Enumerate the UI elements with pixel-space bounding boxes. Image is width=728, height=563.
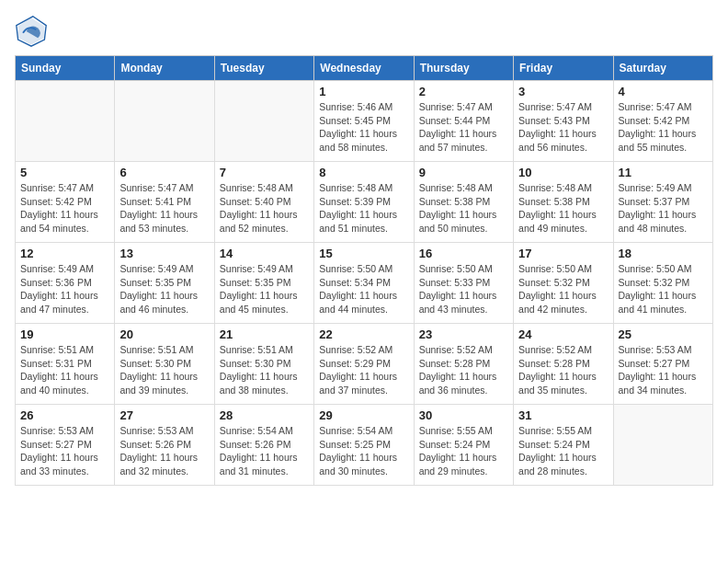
logo — [15, 15, 51, 48]
day-number: 23 — [419, 327, 508, 341]
day-info: Sunrise: 5:46 AMSunset: 5:45 PMDaylight:… — [319, 100, 408, 155]
week-row-4: 19Sunrise: 5:51 AMSunset: 5:31 PMDayligh… — [16, 324, 713, 405]
day-number: 12 — [20, 247, 109, 260]
day-number: 20 — [119, 327, 209, 341]
calendar-cell: 7Sunrise: 5:48 AMSunset: 5:40 PMDaylight… — [214, 162, 313, 243]
day-info: Sunrise: 5:54 AMSunset: 5:25 PMDaylight:… — [319, 424, 408, 478]
day-header-friday: Friday — [514, 56, 613, 81]
calendar-table: SundayMondayTuesdayWednesdayThursdayFrid… — [15, 55, 713, 486]
day-number: 18 — [619, 247, 708, 260]
calendar-cell: 16Sunrise: 5:50 AMSunset: 5:33 PMDayligh… — [414, 243, 513, 324]
calendar-cell: 24Sunrise: 5:52 AMSunset: 5:28 PMDayligh… — [514, 324, 613, 405]
day-number: 4 — [619, 85, 708, 98]
calendar-cell: 18Sunrise: 5:50 AMSunset: 5:32 PMDayligh… — [613, 243, 712, 324]
day-info: Sunrise: 5:52 AMSunset: 5:29 PMDaylight:… — [319, 343, 408, 397]
calendar-cell: 20Sunrise: 5:51 AMSunset: 5:30 PMDayligh… — [115, 324, 214, 405]
day-number: 11 — [619, 166, 708, 179]
day-info: Sunrise: 5:47 AMSunset: 5:43 PMDaylight:… — [518, 100, 608, 155]
day-number: 14 — [220, 247, 309, 260]
day-info: Sunrise: 5:50 AMSunset: 5:32 PMDaylight:… — [619, 262, 708, 316]
calendar-cell: 22Sunrise: 5:52 AMSunset: 5:29 PMDayligh… — [314, 324, 414, 405]
day-number: 2 — [419, 85, 508, 98]
day-info: Sunrise: 5:53 AMSunset: 5:26 PMDaylight:… — [119, 424, 209, 478]
day-info: Sunrise: 5:50 AMSunset: 5:34 PMDaylight:… — [319, 262, 408, 316]
calendar-cell: 30Sunrise: 5:55 AMSunset: 5:24 PMDayligh… — [414, 405, 513, 486]
day-number: 27 — [119, 408, 209, 422]
day-number: 22 — [319, 327, 408, 341]
calendar-cell: 15Sunrise: 5:50 AMSunset: 5:34 PMDayligh… — [314, 243, 414, 324]
day-number: 10 — [518, 166, 608, 179]
week-row-5: 26Sunrise: 5:53 AMSunset: 5:27 PMDayligh… — [16, 405, 713, 486]
day-number: 31 — [518, 408, 608, 422]
day-info: Sunrise: 5:55 AMSunset: 5:24 PMDaylight:… — [419, 424, 508, 478]
calendar-cell: 12Sunrise: 5:49 AMSunset: 5:36 PMDayligh… — [16, 243, 115, 324]
week-row-2: 5Sunrise: 5:47 AMSunset: 5:42 PMDaylight… — [16, 162, 713, 243]
day-number: 13 — [119, 247, 209, 260]
day-number: 15 — [319, 247, 408, 260]
day-number: 25 — [619, 327, 708, 341]
calendar-cell: 31Sunrise: 5:55 AMSunset: 5:24 PMDayligh… — [514, 405, 613, 486]
calendar-cell: 6Sunrise: 5:47 AMSunset: 5:41 PMDaylight… — [115, 162, 214, 243]
calendar-cell: 29Sunrise: 5:54 AMSunset: 5:25 PMDayligh… — [314, 405, 414, 486]
calendar-cell — [115, 81, 214, 162]
day-number: 30 — [419, 408, 508, 422]
calendar-cell — [613, 405, 712, 486]
day-number: 6 — [119, 166, 209, 179]
day-info: Sunrise: 5:51 AMSunset: 5:30 PMDaylight:… — [220, 343, 309, 397]
day-number: 7 — [220, 166, 309, 179]
week-row-3: 12Sunrise: 5:49 AMSunset: 5:36 PMDayligh… — [16, 243, 713, 324]
day-info: Sunrise: 5:54 AMSunset: 5:26 PMDaylight:… — [220, 424, 309, 478]
calendar-cell: 9Sunrise: 5:48 AMSunset: 5:38 PMDaylight… — [414, 162, 513, 243]
day-number: 1 — [319, 85, 408, 98]
calendar-cell: 3Sunrise: 5:47 AMSunset: 5:43 PMDaylight… — [514, 81, 613, 162]
calendar-cell — [16, 81, 115, 162]
day-header-saturday: Saturday — [613, 56, 712, 81]
calendar-cell: 10Sunrise: 5:48 AMSunset: 5:38 PMDayligh… — [514, 162, 613, 243]
day-info: Sunrise: 5:51 AMSunset: 5:31 PMDaylight:… — [20, 343, 109, 397]
day-info: Sunrise: 5:49 AMSunset: 5:37 PMDaylight:… — [619, 181, 708, 236]
day-info: Sunrise: 5:50 AMSunset: 5:32 PMDaylight:… — [518, 262, 608, 316]
calendar-cell: 4Sunrise: 5:47 AMSunset: 5:42 PMDaylight… — [613, 81, 712, 162]
day-number: 19 — [20, 327, 109, 341]
logo-icon — [15, 15, 48, 48]
day-header-sunday: Sunday — [16, 56, 115, 81]
calendar-cell: 21Sunrise: 5:51 AMSunset: 5:30 PMDayligh… — [214, 324, 313, 405]
calendar-cell: 5Sunrise: 5:47 AMSunset: 5:42 PMDaylight… — [16, 162, 115, 243]
day-number: 21 — [220, 327, 309, 341]
day-number: 17 — [518, 247, 608, 260]
day-number: 8 — [319, 166, 408, 179]
day-info: Sunrise: 5:47 AMSunset: 5:42 PMDaylight:… — [619, 100, 708, 155]
day-info: Sunrise: 5:49 AMSunset: 5:35 PMDaylight:… — [119, 262, 209, 316]
day-info: Sunrise: 5:48 AMSunset: 5:38 PMDaylight:… — [419, 181, 508, 236]
calendar-cell: 14Sunrise: 5:49 AMSunset: 5:35 PMDayligh… — [214, 243, 313, 324]
day-number: 29 — [319, 408, 408, 422]
day-number: 28 — [220, 408, 309, 422]
day-info: Sunrise: 5:48 AMSunset: 5:39 PMDaylight:… — [319, 181, 408, 236]
day-info: Sunrise: 5:49 AMSunset: 5:35 PMDaylight:… — [220, 262, 309, 316]
calendar-cell: 19Sunrise: 5:51 AMSunset: 5:31 PMDayligh… — [16, 324, 115, 405]
calendar-cell: 27Sunrise: 5:53 AMSunset: 5:26 PMDayligh… — [115, 405, 214, 486]
calendar-cell: 11Sunrise: 5:49 AMSunset: 5:37 PMDayligh… — [613, 162, 712, 243]
day-number: 3 — [518, 85, 608, 98]
calendar-header-row: SundayMondayTuesdayWednesdayThursdayFrid… — [16, 56, 713, 81]
day-info: Sunrise: 5:53 AMSunset: 5:27 PMDaylight:… — [20, 424, 109, 478]
calendar-cell: 17Sunrise: 5:50 AMSunset: 5:32 PMDayligh… — [514, 243, 613, 324]
calendar-cell: 23Sunrise: 5:52 AMSunset: 5:28 PMDayligh… — [414, 324, 513, 405]
calendar-cell: 25Sunrise: 5:53 AMSunset: 5:27 PMDayligh… — [613, 324, 712, 405]
day-number: 16 — [419, 247, 508, 260]
day-info: Sunrise: 5:47 AMSunset: 5:44 PMDaylight:… — [419, 100, 508, 155]
day-header-wednesday: Wednesday — [314, 56, 414, 81]
day-info: Sunrise: 5:49 AMSunset: 5:36 PMDaylight:… — [20, 262, 109, 316]
calendar-cell: 28Sunrise: 5:54 AMSunset: 5:26 PMDayligh… — [214, 405, 313, 486]
day-info: Sunrise: 5:47 AMSunset: 5:42 PMDaylight:… — [20, 181, 109, 236]
day-info: Sunrise: 5:52 AMSunset: 5:28 PMDaylight:… — [518, 343, 608, 397]
day-number: 26 — [20, 408, 109, 422]
day-number: 5 — [20, 166, 109, 179]
page-header — [15, 15, 713, 48]
day-info: Sunrise: 5:51 AMSunset: 5:30 PMDaylight:… — [119, 343, 209, 397]
day-info: Sunrise: 5:55 AMSunset: 5:24 PMDaylight:… — [518, 424, 608, 478]
day-info: Sunrise: 5:50 AMSunset: 5:33 PMDaylight:… — [419, 262, 508, 316]
day-info: Sunrise: 5:47 AMSunset: 5:41 PMDaylight:… — [119, 181, 209, 236]
calendar-cell: 26Sunrise: 5:53 AMSunset: 5:27 PMDayligh… — [16, 405, 115, 486]
day-info: Sunrise: 5:53 AMSunset: 5:27 PMDaylight:… — [619, 343, 708, 397]
